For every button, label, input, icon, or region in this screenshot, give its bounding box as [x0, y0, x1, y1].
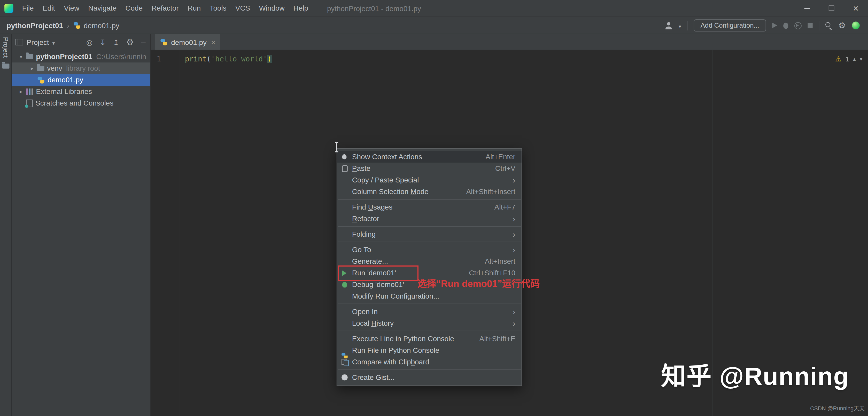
menu-view[interactable]: View: [59, 0, 84, 16]
editor-tab-demo01[interactable]: demo01.py: [155, 34, 220, 50]
menu-item-label: Generate...: [352, 257, 388, 265]
inspection-count: 1: [845, 54, 849, 65]
close-tab-icon[interactable]: [211, 38, 215, 46]
menu-help[interactable]: Help: [289, 0, 313, 16]
debug-icon[interactable]: [783, 23, 788, 29]
submenu-arrow-icon: [513, 307, 516, 316]
tree-item-demo01-py[interactable]: demo01.py: [11, 74, 150, 86]
menu-item-folding[interactable]: Folding: [337, 229, 522, 240]
menu-item-create-gist[interactable]: Create Gist...: [337, 372, 522, 383]
libraries-icon: [26, 88, 33, 95]
menu-shortcut: Alt+F7: [482, 203, 516, 211]
close-button[interactable]: [844, 0, 868, 16]
gear-icon[interactable]: [838, 21, 846, 30]
menu-tools[interactable]: Tools: [205, 0, 231, 16]
menu-item-open-in[interactable]: Open In: [337, 306, 522, 317]
updates-icon[interactable]: [852, 22, 860, 29]
prev-warning-icon[interactable]: [853, 53, 856, 65]
zhihu-watermark: 知乎 @Running: [661, 356, 849, 392]
menu-item-run-file-in-python-console[interactable]: Run File in Python Console: [337, 345, 522, 356]
menu-item-label: Modify Run Configuration...: [352, 292, 439, 300]
menu-separator: [338, 226, 521, 227]
folder-icon[interactable]: [2, 64, 9, 68]
tree-item-pythonproject01[interactable]: pythonProject01C:\Users\runnin: [11, 51, 150, 63]
menu-window[interactable]: Window: [254, 0, 289, 16]
collapse-all-icon[interactable]: [113, 38, 119, 46]
submenu-arrow-icon: [513, 230, 516, 238]
menu-run[interactable]: Run: [183, 0, 205, 16]
scratches-icon: [26, 99, 33, 107]
menu-item-label: Execute Line in Python Console: [352, 335, 454, 343]
menu-item-show-context-actions[interactable]: Show Context ActionsAlt+Enter: [337, 151, 522, 163]
gear-icon[interactable]: [126, 38, 134, 46]
paste-icon: [341, 165, 352, 172]
menu-item-label: Open In: [352, 307, 378, 316]
code-token: ): [267, 55, 272, 63]
editor-context-menu: Show Context ActionsAlt+EnterPasteCtrl+V…: [337, 148, 522, 386]
menu-separator: [338, 331, 521, 331]
menu-item-local-history[interactable]: Local History: [337, 317, 522, 329]
rerun-icon[interactable]: [794, 22, 801, 29]
minimize-button[interactable]: [795, 0, 819, 16]
menu-code[interactable]: Code: [121, 0, 147, 16]
menu-item-modify-run-configuration[interactable]: Modify Run Configuration...: [337, 290, 522, 302]
locate-file-icon[interactable]: [86, 38, 92, 46]
tree-item-scratches-and-consoles[interactable]: Scratches and Consoles: [11, 97, 150, 109]
tree-item-label: venv: [47, 64, 62, 72]
menu-shortcut: Alt+Shift+Insert: [454, 187, 516, 196]
tree-item-detail: library root: [66, 64, 100, 72]
lightbulb-icon: [341, 154, 352, 159]
chevron-down-icon[interactable]: [679, 22, 681, 30]
user-icon[interactable]: [665, 22, 673, 29]
run-icon: [341, 270, 352, 276]
menu-item-find-usages[interactable]: Find UsagesAlt+F7: [337, 201, 522, 213]
menubar: FileEditViewNavigateCodeRefactorRunTools…: [18, 0, 313, 16]
menu-item-refactor[interactable]: Refactor: [337, 213, 522, 224]
menu-edit[interactable]: Edit: [38, 0, 59, 16]
chevron-down-icon[interactable]: [52, 38, 55, 46]
menu-navigate[interactable]: Navigate: [84, 0, 121, 16]
stop-icon[interactable]: [807, 23, 812, 28]
toolbar-right: Add Configuration...: [665, 20, 863, 32]
search-icon[interactable]: [825, 22, 832, 29]
restore-button[interactable]: [819, 0, 843, 16]
menu-item-paste[interactable]: PasteCtrl+V: [337, 163, 522, 174]
tree-item-venv[interactable]: venvlibrary root: [11, 63, 150, 74]
add-configuration-button[interactable]: Add Configuration...: [694, 20, 766, 32]
menu-item-label: Paste: [352, 164, 370, 172]
project-panel: Project pythonProject01C:\Users\runninve…: [11, 34, 151, 416]
next-warning-icon[interactable]: [860, 53, 863, 65]
tool-stripe-project-button[interactable]: Project: [2, 37, 9, 58]
menu-item-execute-line-in-python-console[interactable]: Execute Line in Python ConsoleAlt+Shift+…: [337, 333, 522, 345]
menu-separator: [338, 199, 521, 200]
inspection-widget[interactable]: 1: [835, 53, 863, 65]
hide-panel-icon[interactable]: [141, 38, 146, 46]
code-line[interactable]: print('hello world'): [179, 50, 272, 416]
expand-all-icon[interactable]: [100, 38, 106, 46]
menu-item-label: Column Selection Mode: [352, 187, 429, 196]
menu-item-go-to[interactable]: Go To: [337, 244, 522, 255]
menu-item-label: Go To: [352, 245, 371, 254]
menu-file[interactable]: File: [18, 0, 38, 16]
breadcrumb-file[interactable]: demo01.py: [84, 22, 119, 30]
tree-chevron-icon[interactable]: [27, 65, 37, 71]
github-icon: [341, 375, 352, 381]
project-tree: pythonProject01C:\Users\runninvenvlibrar…: [11, 50, 150, 416]
menu-item-compare-with-clipboard[interactable]: Compare with Clipboard: [337, 356, 522, 368]
project-panel-title[interactable]: Project: [27, 38, 49, 46]
menu-refactor[interactable]: Refactor: [147, 0, 183, 16]
restore-icon: [829, 5, 834, 11]
breadcrumb-project[interactable]: pythonProject01: [7, 22, 63, 30]
menu-item-generate[interactable]: Generate...Alt+Insert: [337, 255, 522, 267]
menu-vcs[interactable]: VCS: [231, 0, 255, 16]
menu-item-column-selection-mode[interactable]: Column Selection ModeAlt+Shift+Insert: [337, 186, 522, 198]
tree-chevron-icon[interactable]: [16, 54, 26, 60]
python-file-icon: [160, 38, 168, 46]
editor-tab-bar: demo01.py: [151, 34, 868, 50]
menu-item-label: Debug 'demo01': [352, 280, 404, 288]
text-cursor: [333, 142, 340, 153]
run-icon[interactable]: [772, 23, 777, 28]
tree-item-external-libraries[interactable]: External Libraries: [11, 86, 150, 97]
menu-item-copy-paste-special[interactable]: Copy / Paste Special: [337, 174, 522, 186]
tree-chevron-icon[interactable]: [16, 89, 26, 95]
